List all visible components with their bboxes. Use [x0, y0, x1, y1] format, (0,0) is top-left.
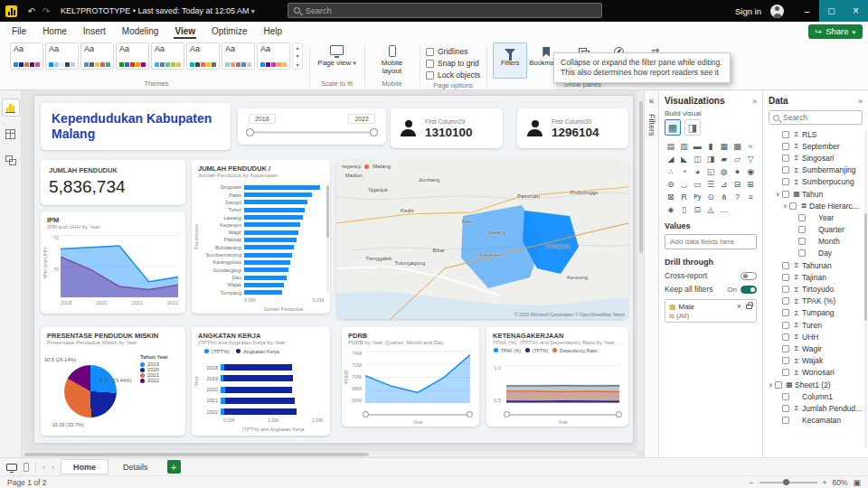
- field-row[interactable]: Month: [769, 236, 863, 248]
- ribbon-checkbox[interactable]: Lock objects: [426, 70, 480, 80]
- field-row[interactable]: ∨ ▦ Tahun: [769, 188, 863, 200]
- avatar[interactable]: [770, 5, 784, 18]
- line-clustered-column-chart-icon[interactable]: ◨: [704, 153, 717, 164]
- bar-row[interactable]: Wagir: [204, 230, 324, 236]
- donut-chart-icon[interactable]: ◕: [691, 165, 703, 177]
- total-population-card[interactable]: JUMLAH PENDUDUK 5,836,734: [41, 160, 185, 205]
- 100-stacked-column-chart-icon[interactable]: ▩: [731, 140, 744, 152]
- bar-row[interactable]: 2018: [204, 363, 323, 371]
- bar-row[interactable]: Bululawang: [204, 245, 324, 251]
- get-more-visuals-icon[interactable]: …: [718, 203, 731, 215]
- scroll-down-icon[interactable]: [296, 52, 298, 59]
- window-title[interactable]: KEL7PROTOTYPE • Last saved: Today at 12:…: [61, 6, 255, 15]
- field-row[interactable]: ∨ ≣ Date Hierarc...: [769, 200, 863, 211]
- ketenagakerjaan-chart-card[interactable]: KETENAGAKERJAAN TPAK (%), (TPT%) and Dep…: [486, 327, 628, 427]
- range-handle-right[interactable]: [616, 411, 622, 418]
- bar-row[interactable]: Lawang: [204, 214, 324, 221]
- previous-page-icon[interactable]: ‹: [42, 463, 45, 472]
- report-view-button[interactable]: [3, 99, 19, 116]
- field-checkbox[interactable]: [782, 286, 789, 293]
- bar-row[interactable]: 2019: [204, 374, 323, 382]
- range-handle-left[interactable]: [504, 411, 510, 418]
- field-row[interactable]: Σ Singosari: [769, 152, 863, 164]
- metrics-icon[interactable]: ◈: [665, 203, 677, 215]
- field-checkbox[interactable]: [782, 166, 789, 174]
- waterfall-chart-icon[interactable]: ▱: [731, 153, 744, 164]
- bar-row[interactable]: Wajak: [204, 282, 324, 288]
- expand-icon[interactable]: ∨: [769, 381, 775, 389]
- power-apps-icon[interactable]: ⊡: [691, 203, 703, 215]
- field-checkbox[interactable]: [782, 333, 789, 341]
- zoom-knob[interactable]: [783, 479, 789, 485]
- restore-button[interactable]: [819, 0, 844, 22]
- ribbon-chart-icon[interactable]: ▰: [718, 153, 731, 164]
- desktop-layout-icon[interactable]: [6, 464, 17, 471]
- next-page-icon[interactable]: ›: [52, 463, 54, 472]
- area-chart-icon[interactable]: ◢: [665, 153, 677, 164]
- redo-icon[interactable]: [39, 6, 53, 16]
- slicer-track[interactable]: [249, 131, 375, 134]
- field-row[interactable]: Σ Turen: [769, 319, 863, 331]
- field-row[interactable]: Σ Wagir: [769, 343, 863, 354]
- field-row[interactable]: Σ Wajak: [769, 355, 863, 367]
- year-slicer[interactable]: 2018 2022: [238, 108, 386, 145]
- kecamatan-bar-chart-card[interactable]: JUMLAH PENDUDUK / Jumlah Penduduk by Kec…: [192, 160, 330, 314]
- field-checkbox[interactable]: [782, 322, 789, 329]
- expand-icon[interactable]: ∨: [776, 191, 782, 198]
- field-row[interactable]: Σ UHH: [769, 331, 863, 343]
- funnel-chart-icon[interactable]: ▽: [744, 153, 757, 164]
- checkbox-icon[interactable]: [426, 48, 434, 56]
- field-checkbox[interactable]: [782, 143, 789, 150]
- sign-in-link[interactable]: Sign in: [735, 6, 761, 16]
- gauge-icon[interactable]: ◡: [678, 178, 691, 190]
- scatter-chart-icon[interactable]: ∴: [665, 165, 677, 177]
- model-view-button[interactable]: [3, 152, 19, 168]
- x-range-slider[interactable]: [506, 414, 619, 416]
- theme-thumbnail[interactable]: Aa: [116, 42, 149, 70]
- undo-icon[interactable]: [24, 6, 39, 16]
- page-tab[interactable]: Details: [110, 459, 161, 474]
- minimize-button[interactable]: [795, 0, 819, 22]
- fields-search-input[interactable]: [783, 113, 858, 122]
- ribbon-checkbox[interactable]: Gridlines: [426, 47, 468, 56]
- filled-map-icon[interactable]: ●: [731, 165, 744, 177]
- legend-item[interactable]: (TPT%): [525, 348, 548, 353]
- arcgis-map-icon[interactable]: ◬: [704, 203, 717, 215]
- kpi-card-female[interactable]: First Column30 1296104: [517, 108, 628, 148]
- field-checkbox[interactable]: [782, 345, 789, 352]
- checkbox-icon[interactable]: [426, 60, 434, 68]
- field-checkbox[interactable]: [782, 155, 789, 162]
- decomposition-tree-icon[interactable]: ⋔: [718, 191, 731, 202]
- bar-row[interactable]: Dampit: [204, 200, 324, 206]
- field-row[interactable]: Σ TPAK (%): [769, 296, 863, 307]
- azure-map-icon[interactable]: ⊚: [665, 178, 677, 190]
- ribbon-tab[interactable]: Optimize: [203, 23, 255, 39]
- remove-field-icon[interactable]: [737, 302, 741, 311]
- page-tab[interactable]: Home: [61, 459, 108, 474]
- close-button[interactable]: [844, 0, 868, 22]
- share-button[interactable]: Share: [808, 24, 863, 39]
- collapse-pane-icon[interactable]: [858, 96, 863, 106]
- legend-item[interactable]: Dependency Ratio: [552, 348, 597, 353]
- legend-item[interactable]: 2022: [140, 378, 182, 383]
- field-row[interactable]: Σ Tajinan: [769, 271, 863, 283]
- kpi-icon[interactable]: ⊿: [718, 178, 731, 190]
- field-checkbox[interactable]: [782, 131, 789, 138]
- field-checkbox[interactable]: [782, 191, 789, 198]
- build-visual-tab[interactable]: [665, 119, 681, 136]
- filters-pane-collapsed[interactable]: Filters: [644, 90, 658, 457]
- field-row[interactable]: Σ Tirtoyudo: [769, 283, 863, 295]
- field-row[interactable]: Day: [769, 248, 863, 259]
- ribbon-tab[interactable]: Modeling: [114, 23, 167, 39]
- report-canvas[interactable]: Kependudukan Kabupaten Malang 2018 2022 …: [22, 90, 644, 457]
- field-checkbox[interactable]: [798, 226, 806, 233]
- expand-filters-icon[interactable]: [649, 96, 655, 106]
- smart-narrative-icon[interactable]: ≡: [744, 191, 757, 202]
- field-checkbox[interactable]: [798, 214, 806, 221]
- keep-all-filters-toggle[interactable]: [741, 286, 757, 294]
- filters-button[interactable]: Filters: [493, 42, 527, 79]
- field-row[interactable]: Σ RLS: [769, 128, 863, 140]
- map-legend[interactable]: regency Malang: [342, 164, 391, 169]
- canvas-horizontal-scrollbar[interactable]: [22, 451, 637, 457]
- slicer-handle-left[interactable]: [246, 128, 254, 136]
